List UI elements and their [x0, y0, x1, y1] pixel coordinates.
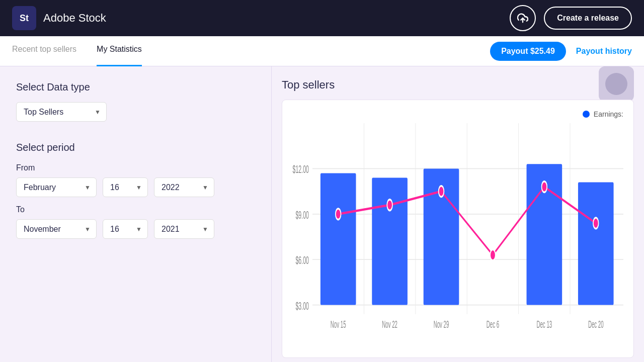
chart-legend: Earnings:	[312, 110, 623, 118]
svg-text:$12.00: $12.00	[293, 163, 309, 175]
payout-history-link[interactable]: Payout history	[576, 47, 632, 56]
svg-text:Dec 20: Dec 20	[588, 319, 604, 330]
from-label: From	[16, 163, 255, 172]
payout-button[interactable]: Payout $25.49	[490, 42, 566, 61]
to-dropdowns: January February March April May June Ju…	[16, 219, 255, 239]
header-left: St Adobe Stock	[12, 6, 106, 30]
svg-text:Nov 15: Nov 15	[331, 319, 346, 330]
dot-nov29	[439, 186, 444, 197]
svg-text:$6.00: $6.00	[295, 254, 308, 266]
to-year-select[interactable]: 2019 2020 2021 2022 2023	[154, 219, 214, 239]
right-panel: Top sellers Earnings: $3.00	[272, 66, 644, 362]
bar-dec20	[578, 183, 614, 305]
header: St Adobe Stock Create a release	[0, 0, 644, 36]
app-title: Adobe Stock	[43, 12, 106, 25]
dot-dec6	[490, 249, 496, 260]
from-dropdowns: January February March April May June Ju…	[16, 177, 255, 197]
to-day-select-wrapper: 12345 678910 1112131415 1617181920 ▼	[103, 219, 148, 239]
dot-dec20	[593, 218, 599, 229]
legend-dot-earnings	[583, 111, 590, 118]
period-section: Select period From January February Marc…	[16, 142, 255, 239]
from-year-select-wrapper: 2019 2020 2021 2022 2023 ▼	[154, 177, 214, 197]
left-panel: Select Data type Top Sellers Downloads E…	[0, 66, 272, 362]
from-month-select-wrapper: January February March April May June Ju…	[16, 177, 97, 197]
period-label: Select period	[16, 142, 255, 153]
tab-recent-top-sellers[interactable]: Recent top sellers	[12, 36, 76, 66]
nav-tabs: Recent top sellers My Statistics Payout …	[0, 36, 644, 66]
app-logo: St	[12, 6, 36, 30]
chart-container: Earnings: $3.00 $6.00 $9.00 $12.00	[282, 100, 634, 358]
to-month-select[interactable]: January February March April May June Ju…	[16, 219, 97, 239]
from-day-select[interactable]: 12345 678910 1112131415 1617181920	[103, 177, 148, 197]
tabs-right: Payout $25.49 Payout history	[490, 42, 632, 61]
from-year-select[interactable]: 2019 2020 2021 2022 2023	[154, 177, 214, 197]
tab-my-statistics[interactable]: My Statistics	[97, 36, 142, 66]
from-day-select-wrapper: 12345 678910 1112131415 1617181920 ▼	[103, 177, 148, 197]
dot-nov15	[336, 209, 341, 220]
bar-nov15	[320, 173, 356, 305]
svg-text:$3.00: $3.00	[295, 300, 308, 312]
bar-nov22	[372, 177, 408, 305]
tabs-left: Recent top sellers My Statistics	[12, 36, 142, 66]
to-label: To	[16, 205, 255, 214]
main-content: Select Data type Top Sellers Downloads E…	[0, 66, 644, 362]
avatar	[599, 66, 634, 102]
header-right: Create a release	[510, 5, 632, 31]
dot-dec13	[542, 182, 547, 193]
data-type-select[interactable]: Top Sellers Downloads Earnings	[16, 102, 107, 122]
svg-text:Nov 29: Nov 29	[434, 319, 449, 330]
dot-nov22	[387, 200, 392, 211]
to-month-select-wrapper: January February March April May June Ju…	[16, 219, 97, 239]
data-type-select-wrapper: Top Sellers Downloads Earnings ▼	[16, 102, 107, 122]
create-release-button[interactable]: Create a release	[544, 7, 632, 30]
from-month-select[interactable]: January February March April May June Ju…	[16, 177, 97, 197]
svg-text:Dec 13: Dec 13	[536, 319, 552, 330]
chart-title: Top sellers	[282, 78, 634, 92]
to-period-row: To January February March April May June…	[16, 205, 255, 239]
to-day-select[interactable]: 12345 678910 1112131415 1617181920	[103, 219, 148, 239]
from-period-row: From January February March April May Ju…	[16, 163, 255, 197]
svg-text:Dec 6: Dec 6	[487, 319, 499, 330]
upload-button[interactable]	[510, 5, 536, 31]
legend-label-earnings: Earnings:	[594, 110, 623, 118]
data-type-label: Select Data type	[16, 81, 255, 93]
to-year-select-wrapper: 2019 2020 2021 2022 2023 ▼	[154, 219, 214, 239]
svg-text:$9.00: $9.00	[295, 209, 308, 221]
avatar-image	[605, 73, 627, 95]
chart-svg: $3.00 $6.00 $9.00 $12.00	[312, 123, 623, 350]
svg-text:Nov 22: Nov 22	[382, 319, 397, 330]
